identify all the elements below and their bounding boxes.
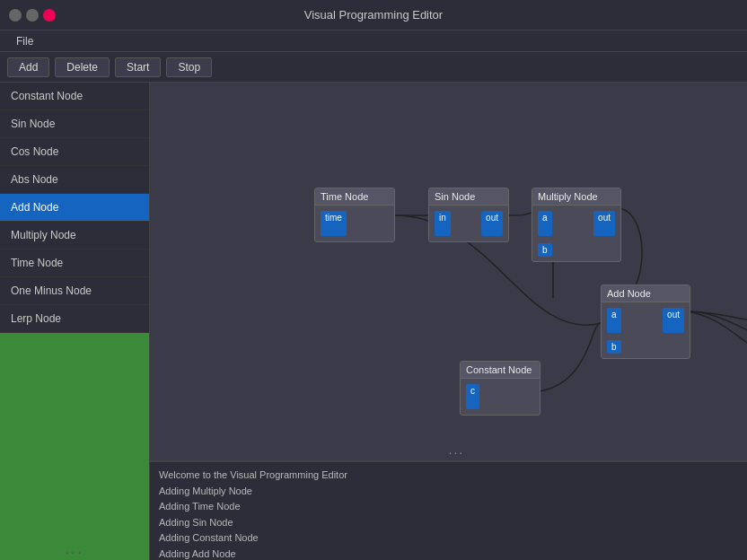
time-node-title: Time Node <box>315 188 394 206</box>
sidebar-item-time-node[interactable]: Time Node <box>0 249 149 277</box>
multiply-node-port-b[interactable]: b <box>538 243 552 257</box>
multiply-node-port-out[interactable]: out <box>593 211 615 236</box>
canvas-area: Time Node time Sin Node in out Multiply … <box>150 83 747 560</box>
sidebar-item-sin-node[interactable]: Sin Node <box>0 110 149 138</box>
time-node-port-time[interactable]: time <box>321 211 347 236</box>
sin-node[interactable]: Sin Node in out <box>428 188 509 242</box>
multiply-node[interactable]: Multiply Node a out b <box>532 188 621 262</box>
add-node-port-out[interactable]: out <box>663 308 684 333</box>
stop-button[interactable]: Stop <box>166 57 212 77</box>
add-node-title: Add Node <box>602 285 690 302</box>
add-button[interactable]: Add <box>7 57 49 77</box>
sidebar-item-constant-node[interactable]: Constant Node <box>0 83 149 110</box>
connections-svg <box>150 83 747 460</box>
start-button[interactable]: Start <box>115 57 161 77</box>
maximize-button[interactable] <box>26 9 39 22</box>
multiply-node-port-a[interactable]: a <box>538 211 552 236</box>
constant-node-body: c <box>461 379 540 415</box>
menu-bar: File <box>0 31 747 52</box>
constant-node[interactable]: Constant Node c <box>460 361 540 416</box>
log-area: Welcome to the Visual Programming Editor… <box>150 461 747 560</box>
sidebar-item-cos-node[interactable]: Cos Node <box>0 138 149 166</box>
sidebar-preview: ... <box>0 333 149 560</box>
time-node-body: time <box>315 206 394 241</box>
add-node[interactable]: Add Node a out b <box>601 284 690 359</box>
log-line: Adding Time Node <box>159 499 738 515</box>
canvas-footer-ellipsis: ... <box>449 442 465 457</box>
sidebar-item-add-node[interactable]: Add Node <box>0 194 149 222</box>
log-line: Adding Multiply Node <box>159 484 738 500</box>
sidebar: Constant Node Sin Node Cos Node Abs Node… <box>0 83 150 560</box>
main-layout: Constant Node Sin Node Cos Node Abs Node… <box>0 83 747 560</box>
add-node-body: a out <box>602 302 690 338</box>
sidebar-item-one-minus-node[interactable]: One Minus Node <box>0 277 149 305</box>
minimize-button[interactable] <box>9 9 22 22</box>
log-line: Adding Sin Node <box>159 515 738 531</box>
sidebar-item-abs-node[interactable]: Abs Node <box>0 166 149 194</box>
sin-node-port-in[interactable]: in <box>435 211 451 236</box>
add-node-port-b[interactable]: b <box>607 340 621 354</box>
constant-node-title: Constant Node <box>461 362 540 379</box>
menu-file[interactable]: File <box>9 33 40 49</box>
sidebar-item-multiply-node[interactable]: Multiply Node <box>0 222 149 249</box>
log-line: Adding Add Node <box>159 547 738 560</box>
window-title: Visual Programming Editor <box>63 8 684 22</box>
node-canvas[interactable]: Time Node time Sin Node in out Multiply … <box>150 83 747 461</box>
multiply-node-title: Multiply Node <box>532 188 620 206</box>
sin-node-body: in out <box>429 206 508 241</box>
add-node-port-a[interactable]: a <box>607 308 621 333</box>
log-line: Welcome to the Visual Programming Editor <box>159 468 738 484</box>
delete-button[interactable]: Delete <box>55 57 110 77</box>
toolbar: Add Delete Start Stop <box>0 52 747 83</box>
time-node[interactable]: Time Node time <box>314 188 395 242</box>
log-line: Adding Constant Node <box>159 530 738 547</box>
sin-node-title: Sin Node <box>429 188 508 206</box>
title-bar: Visual Programming Editor <box>0 0 747 31</box>
sidebar-item-lerp-node[interactable]: Lerp Node <box>0 305 149 333</box>
multiply-node-body: a out <box>532 206 620 241</box>
constant-node-port-c[interactable]: c <box>466 384 479 409</box>
close-button[interactable] <box>43 9 56 22</box>
sin-node-port-out[interactable]: out <box>481 211 503 236</box>
